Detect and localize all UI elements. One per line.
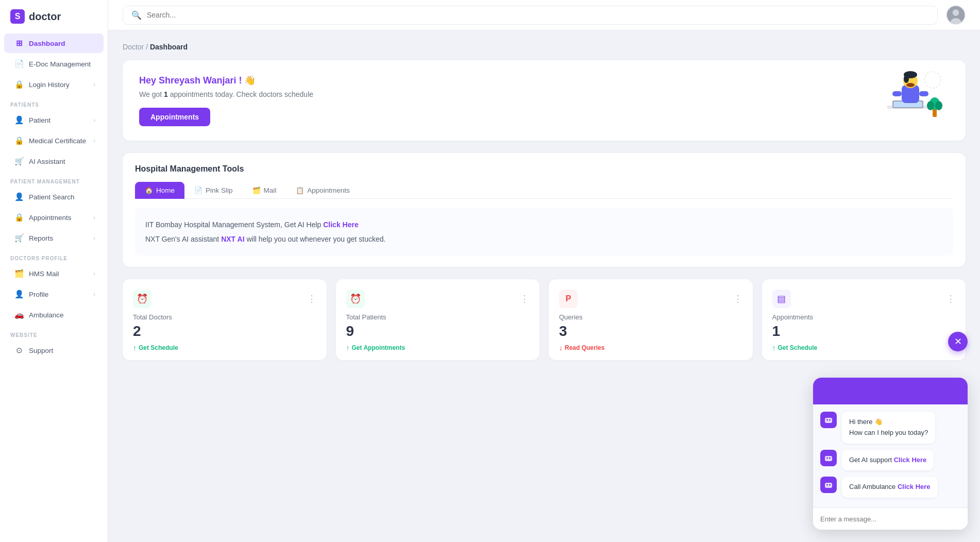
stat-menu-icon[interactable]: ⋮: [307, 293, 316, 304]
chat-message-row: Hi there 👋 How can I help you today?: [820, 412, 960, 444]
stat-link-get-schedule-doctors[interactable]: ↑ Get Schedule: [133, 344, 316, 352]
stat-value: 3: [559, 323, 742, 340]
stat-menu-icon[interactable]: ⋮: [520, 293, 529, 304]
chat-input[interactable]: [820, 515, 960, 523]
sidebar-logo: S doctor: [0, 0, 108, 33]
chat-bot-icon-3: [820, 477, 837, 493]
sidebar-item-hms-mail[interactable]: 🗂️ HMS Mail ›: [4, 264, 104, 283]
breadcrumb-parent: Doctor: [123, 43, 144, 51]
chevron-right-icon: ›: [93, 235, 95, 241]
section-label-patient-management: PATIENT MANAGEMENT: [0, 172, 108, 187]
search-input[interactable]: [147, 11, 929, 19]
sidebar-item-patient-search[interactable]: 👤 Patient Search: [4, 187, 104, 207]
appointments-tab-icon: 📋: [296, 187, 304, 194]
arrow-down-icon: ↓: [559, 344, 563, 352]
sidebar-item-login-history[interactable]: 🔒 Login History ›: [4, 75, 104, 94]
stat-link-read-queries[interactable]: ↓ Read Queries: [559, 344, 742, 352]
svg-point-1: [953, 9, 959, 16]
chat-bubble-ambulance: Call Ambulance Click Here: [842, 477, 938, 498]
welcome-greeting: Hey Shreyash Wanjari ! 👋: [139, 75, 313, 86]
tools-section: Hospital Management Tools 🏠 Home 📄 Pink …: [123, 153, 966, 267]
appointments-stat-icon: ▤: [772, 290, 791, 308]
sidebar-item-appointments[interactable]: 🔒 Appointments ›: [4, 208, 104, 227]
tab-pink-slip[interactable]: 📄 Pink Slip: [184, 182, 243, 199]
stat-link-label: Get Appointments: [352, 344, 405, 351]
search-bar[interactable]: 🔍: [123, 6, 938, 25]
queries-icon: P: [559, 290, 578, 308]
sidebar-item-reports[interactable]: 🛒 Reports ›: [4, 228, 104, 248]
mail-icon: 🗂️: [14, 269, 24, 278]
stat-value: 9: [346, 323, 530, 340]
arrow-up-icon: ↑: [346, 344, 350, 352]
sidebar-item-label: Medical Certificate: [29, 137, 86, 145]
stat-label: Appointments: [772, 313, 956, 321]
sidebar: S doctor ⊞ Dashboard 📄 E-Doc Management …: [0, 0, 108, 542]
chat-body: Hi there 👋 How can I help you today? Get…: [813, 404, 968, 507]
svg-point-23: [829, 457, 831, 459]
stat-link-get-schedule-appointments[interactable]: ↑ Get Schedule: [772, 344, 956, 352]
ambulance-link[interactable]: Click Here: [898, 483, 931, 490]
avatar[interactable]: [946, 5, 966, 25]
sidebar-item-dashboard[interactable]: ⊞ Dashboard: [4, 33, 104, 53]
chat-bubble-greeting: Hi there 👋 How can I help you today?: [842, 412, 935, 444]
tab-appointments[interactable]: 📋 Appointments: [286, 182, 360, 199]
chat-close-button[interactable]: ✕: [948, 332, 968, 351]
sidebar-item-medical-cert[interactable]: 🔒 Medical Certificate ›: [4, 131, 104, 150]
svg-point-9: [904, 75, 909, 83]
sidebar-item-profile[interactable]: 👤 Profile ›: [4, 284, 104, 304]
home-tab-icon: 🏠: [145, 187, 153, 194]
appointments-button[interactable]: Appointments: [139, 108, 210, 126]
stats-grid: ⏰ ⋮ Total Doctors 2 ↑ Get Schedule ⏰ ⋮ T…: [123, 279, 966, 360]
sidebar-item-support[interactable]: ⊙ Support: [4, 341, 104, 360]
nxt-ai-link[interactable]: NXT AI: [221, 235, 244, 243]
stat-menu-icon[interactable]: ⋮: [946, 293, 955, 304]
chat-ai-support-prefix: Get AI support: [849, 456, 894, 464]
sidebar-item-patient[interactable]: 👤 Patient ›: [4, 110, 104, 130]
svg-point-10: [906, 83, 915, 87]
sidebar-item-label: Patient: [29, 116, 50, 124]
ai-support-link[interactable]: Click Here: [894, 456, 927, 464]
stat-menu-icon[interactable]: ⋮: [733, 293, 742, 304]
sidebar-item-label: Appointments: [29, 214, 72, 222]
section-label-website: WEBSITE: [0, 325, 108, 340]
chevron-right-icon: ›: [93, 117, 95, 123]
tools-line-1: IIT Bombay Hospital Management System, G…: [145, 217, 943, 232]
support-icon: ⊙: [14, 346, 24, 355]
stat-value: 2: [133, 323, 316, 340]
sidebar-item-edoc[interactable]: 📄 E-Doc Management: [4, 54, 104, 74]
chevron-right-icon: ›: [93, 214, 95, 221]
sidebar-item-ambulance[interactable]: 🚗 Ambulance: [4, 305, 104, 325]
stat-link-get-appointments[interactable]: ↑ Get Appointments: [346, 344, 530, 352]
tab-mail[interactable]: 🗂️ Mail: [243, 182, 286, 199]
chat-header: [813, 378, 968, 404]
tools-tabs: 🏠 Home 📄 Pink Slip 🗂️ Mail 📋 Appointment…: [135, 182, 953, 199]
app-name: doctor: [29, 11, 61, 23]
stat-card-appointments: ▤ ⋮ Appointments 1 ↑ Get Schedule: [762, 279, 966, 360]
stat-link-label: Read Queries: [565, 344, 604, 351]
welcome-card: Hey Shreyash Wanjari ! 👋 We got 1 appoin…: [123, 60, 966, 141]
chat-footer: [813, 507, 968, 530]
sidebar-item-ai-assistant[interactable]: 🛒 AI Assistant: [4, 151, 104, 171]
tab-home[interactable]: 🏠 Home: [135, 182, 184, 199]
ai-help-link[interactable]: Click Here: [323, 221, 358, 229]
svg-point-19: [826, 419, 828, 421]
chat-bot-icon-1: [820, 412, 837, 428]
mail-tab-icon: 🗂️: [252, 187, 261, 194]
sidebar-item-label: E-Doc Management: [29, 60, 91, 68]
sidebar-item-label: Patient Search: [29, 193, 75, 201]
tools-title: Hospital Management Tools: [135, 164, 953, 174]
tools-line-2: NXT Gen's AI assistant NXT AI will help …: [145, 232, 943, 246]
chat-greeting-line2: How can I help you today?: [849, 429, 928, 436]
chevron-right-icon: ›: [93, 270, 95, 277]
chevron-right-icon: ›: [93, 81, 95, 88]
chat-widget: Hi there 👋 How can I help you today? Get…: [813, 378, 968, 530]
stat-link-label: Get Schedule: [139, 344, 178, 351]
ai-icon: 🛒: [14, 157, 24, 166]
tools-content: IIT Bombay Hospital Management System, G…: [135, 208, 953, 256]
svg-rect-24: [825, 483, 832, 488]
sidebar-item-label: Profile: [29, 291, 48, 298]
chevron-right-icon: ›: [93, 291, 95, 297]
stat-label: Total Doctors: [133, 313, 316, 321]
stat-card-total-doctors: ⏰ ⋮ Total Doctors 2 ↑ Get Schedule: [123, 279, 327, 360]
svg-rect-11: [892, 91, 902, 96]
